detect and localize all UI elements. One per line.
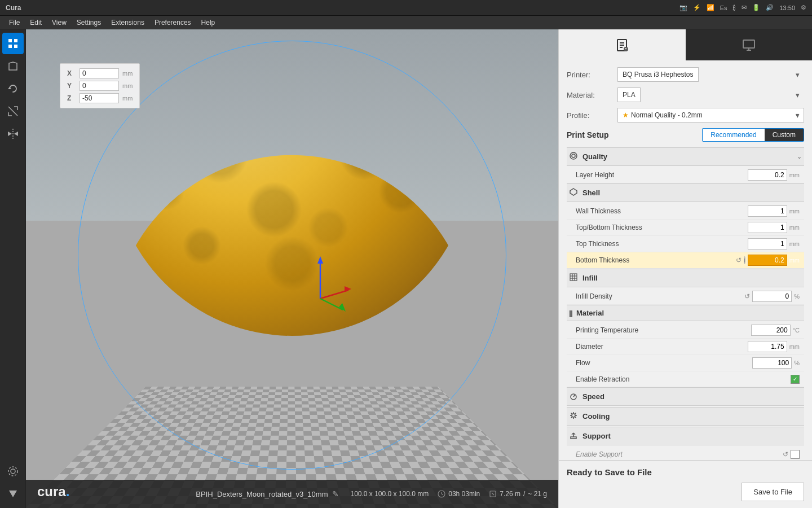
filament-stat: 7.26 m / ~ 21 g [489, 490, 547, 498]
enable-support-checkbox[interactable] [791, 450, 800, 459]
wall-thickness-input[interactable] [748, 205, 787, 217]
diameter-input[interactable] [748, 341, 787, 352]
svg-marker-35 [570, 189, 577, 195]
enable-retraction-checkbox[interactable]: ✓ [791, 375, 800, 384]
svg-line-50 [575, 413, 576, 414]
infill-section-header[interactable]: Infill [567, 269, 804, 287]
tab-custom[interactable]: Custom [765, 129, 804, 141]
z-input[interactable] [80, 93, 119, 103]
tab-recommended[interactable]: Recommended [703, 129, 764, 141]
setup-tabs: Recommended Custom [702, 128, 804, 142]
object-name: BPIH_Dexters_Moon_rotated_v3_10mm [196, 490, 328, 498]
sidebar-scale-button[interactable] [2, 100, 24, 122]
edit-name-icon[interactable]: ✎ [332, 489, 339, 498]
bottom-thickness-unit: mm [789, 257, 800, 264]
top-thickness-input[interactable] [748, 238, 787, 249]
enable-support-value: ↺ [754, 450, 800, 459]
menu-file[interactable]: File [5, 17, 24, 28]
svg-rect-52 [571, 437, 576, 439]
monitor-icon [741, 37, 757, 53]
panel-footer: Ready to Save to File Save to File [559, 460, 812, 508]
layer-height-value: mm [754, 169, 800, 181]
infill-density-unit: % [794, 293, 800, 300]
enable-retraction-value: ✓ [754, 375, 800, 384]
x-label: X [67, 69, 76, 77]
quality-section-header[interactable]: Quality [567, 147, 804, 166]
sidebar-open-button[interactable] [2, 55, 24, 77]
printing-temp-unit: °C [793, 327, 800, 334]
support-section-header[interactable]: Support [567, 427, 804, 445]
infill-density-input[interactable] [752, 291, 792, 302]
svg-line-49 [575, 417, 576, 418]
menu-edit[interactable]: Edit [25, 17, 46, 28]
enable-support-reset-icon[interactable]: ↺ [783, 450, 788, 458]
cooling-section-header[interactable]: Cooling [567, 407, 804, 426]
main-layout: X mm Y mm Z mm BPIH_Dexters_Moon_rotated… [0, 29, 812, 508]
bottom-thickness-info-icon[interactable]: i [744, 256, 745, 264]
svg-point-9 [11, 469, 15, 474]
flow-input[interactable] [752, 357, 792, 369]
top-bottom-thickness-unit: mm [789, 224, 800, 231]
svg-marker-8 [14, 132, 18, 136]
profile-dropdown-icon: ▾ [796, 111, 799, 119]
printing-temp-input[interactable] [751, 325, 791, 336]
material-select[interactable]: PLA [617, 87, 641, 102]
infill-section-label: Infill [582, 274, 598, 282]
speed-icon [569, 391, 578, 402]
z-label: Z [67, 94, 76, 102]
enable-retraction-row: Enable Retraction ✓ [567, 371, 804, 387]
profile-value: Normal Quality - 0.2mm [631, 111, 703, 119]
sidebar-home-button[interactable] [2, 33, 24, 54]
shell-section-icon [569, 187, 578, 196]
sidebar-rotate-button[interactable] [2, 78, 24, 99]
sidebar-expand-button[interactable] [2, 483, 24, 505]
profile-display[interactable]: ★ Normal Quality - 0.2mm ▾ [617, 108, 804, 122]
material-section-header[interactable]: ||| Material [567, 305, 804, 321]
bottom-thickness-label: Bottom Thickness [576, 256, 754, 264]
printer-select[interactable]: BQ Prusa i3 Hephestos [617, 67, 699, 82]
ready-to-save-label: Ready to Save to File [567, 467, 804, 477]
top-bottom-thickness-value: mm [754, 222, 800, 233]
support-section-label: Support [582, 432, 611, 440]
bottom-thickness-reset-icon[interactable]: ↺ [736, 256, 742, 264]
material-section-icon-display: ||| [569, 309, 572, 317]
shell-section-header[interactable]: Shell [567, 183, 804, 202]
diameter-unit: mm [789, 343, 800, 350]
sidebar-mirror-button[interactable] [2, 123, 24, 144]
shell-icon [569, 187, 578, 198]
menu-extensions[interactable]: Extensions [107, 17, 149, 28]
bottom-thickness-input[interactable] [748, 255, 787, 266]
svg-rect-30 [743, 40, 754, 48]
svg-line-20 [442, 494, 443, 495]
clock-icon [438, 490, 445, 498]
svg-marker-4 [8, 87, 11, 89]
tab-print[interactable] [559, 29, 686, 60]
x-input[interactable] [80, 68, 119, 78]
layer-height-input[interactable] [748, 169, 787, 181]
z-unit: mm [122, 95, 133, 102]
profile-select-wrapper: ★ Normal Quality - 0.2mm ▾ [617, 108, 804, 122]
settings-icon[interactable]: ⚙ [801, 4, 806, 11]
profile-label: Profile: [567, 111, 617, 120]
speed-section-header[interactable]: Speed [567, 387, 804, 406]
svg-marker-13 [317, 256, 323, 264]
menu-help[interactable]: Help [197, 17, 220, 28]
diameter-value: mm [754, 341, 800, 352]
menu-settings[interactable]: Settings [72, 17, 105, 28]
menu-preferences[interactable]: Preferences [150, 17, 196, 28]
sidebar-view-button[interactable] [2, 461, 24, 482]
infill-density-label: Infill Density [576, 292, 754, 300]
infill-density-reset-icon[interactable]: ↺ [744, 292, 750, 300]
top-bottom-thickness-input[interactable] [748, 222, 787, 233]
y-input[interactable] [80, 81, 119, 91]
battery-icon: 🔋 [752, 4, 760, 11]
svg-point-43 [572, 414, 575, 417]
svg-line-16 [320, 299, 343, 310]
save-to-file-button[interactable]: Save to File [742, 483, 804, 501]
tab-monitor[interactable] [686, 29, 813, 60]
svg-line-51 [571, 417, 572, 418]
layer-height-label: Layer Height [576, 171, 754, 179]
lang-icon: Es [720, 5, 727, 11]
menu-view[interactable]: View [47, 17, 71, 28]
diameter-row: Diameter mm [567, 339, 804, 355]
